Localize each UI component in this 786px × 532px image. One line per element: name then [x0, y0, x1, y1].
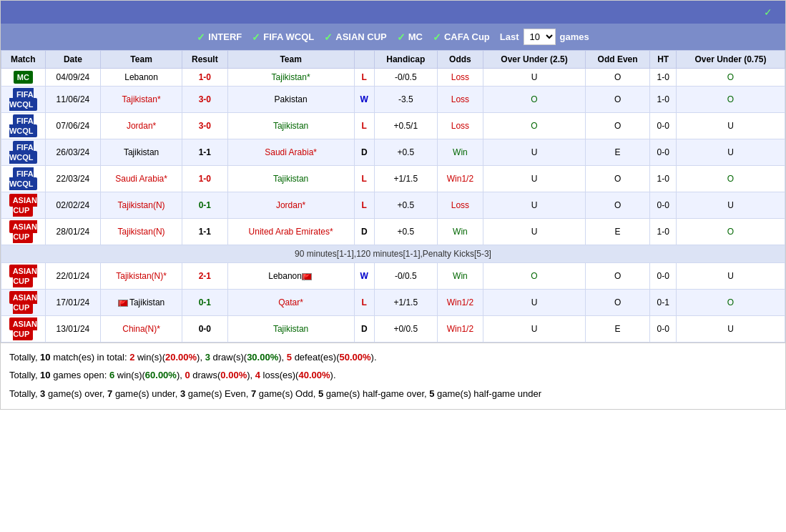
- ht-ou-cell: U: [677, 192, 785, 219]
- team1-cell: 🚩Tajikistan: [101, 290, 182, 316]
- date-cell: 28/01/24: [45, 219, 101, 245]
- badge-fifa: FIFAWCQL: [9, 88, 37, 111]
- wdl-cell: W: [354, 263, 374, 290]
- summary-line3: Totally, 3 game(s) over, 7 game(s) under…: [9, 385, 777, 402]
- oe-cell: O: [585, 290, 650, 316]
- flag-icon: 🚩: [302, 273, 312, 280]
- ht-ou-cell: U: [677, 263, 785, 290]
- result-cell: 2-1: [182, 263, 228, 290]
- filter-asian-cup[interactable]: ✓ ASIAN CUP: [324, 31, 387, 43]
- col-odds: Odds: [437, 51, 483, 69]
- match-badge-cell: FIFAWCQL: [1, 113, 46, 139]
- match-badge-cell: ASIANCUP: [1, 263, 46, 290]
- filter-interf[interactable]: ✓ INTERF: [197, 31, 242, 43]
- oe-cell: O: [585, 69, 650, 87]
- games-count-select[interactable]: 10 5 15 20: [524, 29, 556, 45]
- flag-icon: 🚩: [118, 300, 128, 307]
- ht-ou-cell: O: [677, 87, 785, 113]
- wdl-cell: L: [354, 113, 374, 139]
- ht-cell: 0-0: [650, 192, 677, 219]
- cafa-label: CAFA Cup: [444, 31, 490, 42]
- cafa-check[interactable]: ✓: [433, 31, 441, 43]
- last-games-filter: Last 10 5 15 20 games: [500, 29, 589, 45]
- team1-cell: Saudi Arabia*: [101, 166, 182, 192]
- team2-cell: Tajikistan: [227, 113, 354, 139]
- table-row: MC 04/09/24 Lebanon 1-0 Tajikistan* L -0…: [1, 69, 785, 87]
- table-row: FIFAWCQL 26/03/24 Tajikistan 1-1 Saudi A…: [1, 139, 785, 166]
- ht-cell: 1-0: [650, 87, 677, 113]
- team1-cell: Tajikistan: [101, 139, 182, 166]
- mc-check[interactable]: ✓: [397, 31, 406, 43]
- badge-fifa: FIFAWCQL: [9, 167, 37, 190]
- oe-cell: O: [585, 87, 650, 113]
- ou25-cell: O: [483, 113, 586, 139]
- table-row: FIFAWCQL 07/06/24 Jordan* 3-0 Tajikistan…: [1, 113, 785, 139]
- ht-cell: 0-1: [650, 290, 677, 316]
- interf-check[interactable]: ✓: [197, 31, 205, 43]
- badge-fifa: FIFAWCQL: [9, 114, 37, 137]
- col-team2: Team: [227, 51, 354, 69]
- result-cell: 3-0: [182, 87, 228, 113]
- fifa-check[interactable]: ✓: [252, 31, 260, 43]
- team1-cell: Lebanon: [101, 69, 182, 87]
- ht-cell: 0-0: [650, 139, 677, 166]
- date-cell: 13/01/24: [45, 316, 101, 343]
- col-ou075: Over Under (0.75): [677, 51, 785, 69]
- badge-mc: MC: [14, 71, 33, 84]
- team2-cell: United Arab Emirates*: [227, 219, 354, 245]
- display-notes-checkmark[interactable]: ✓: [764, 6, 772, 18]
- interf-label: INTERF: [208, 31, 242, 42]
- summary-section: Totally, 10 match(es) in total: 2 win(s)…: [1, 343, 785, 409]
- table-row: FIFAWCQL 11/06/24 Tajikistan* 3-0 Pakist…: [1, 87, 785, 113]
- ht-cell: 1-0: [650, 69, 677, 87]
- match-badge-cell: ASIANCUP: [1, 192, 46, 219]
- odds-cell: Loss: [437, 69, 483, 87]
- ht-cell: 1-0: [650, 166, 677, 192]
- table-row: ASIANCUP 17/01/24 🚩Tajikistan 0-1 Qatar*…: [1, 290, 785, 316]
- scores-table: Match Date Team Result Team Handicap Odd…: [1, 50, 785, 343]
- handicap-cell: -3.5: [374, 87, 437, 113]
- ou25-cell: O: [483, 263, 586, 290]
- team1-cell: Tajikistan(N): [101, 192, 182, 219]
- ou25-cell: U: [483, 166, 586, 192]
- wdl-cell: L: [354, 166, 374, 192]
- handicap-cell: +0/0.5: [374, 316, 437, 343]
- team1-cell: Tajikistan*: [101, 87, 182, 113]
- team2-cell: Pakistan: [227, 87, 354, 113]
- result-cell: 0-1: [182, 290, 228, 316]
- col-date: Date: [45, 51, 101, 69]
- filter-cafa[interactable]: ✓ CAFA Cup: [433, 31, 490, 43]
- date-cell: 26/03/24: [45, 139, 101, 166]
- filter-mc[interactable]: ✓ MC: [397, 31, 423, 43]
- result-cell: 1-1: [182, 219, 228, 245]
- ht-ou-cell: U: [677, 113, 785, 139]
- oe-cell: E: [585, 316, 650, 343]
- team1-cell: Tajikistan(N): [101, 219, 182, 245]
- main-container: ✓ ✓ INTERF ✓ FIFA WCQL ✓ ASIAN CUP ✓ MC …: [0, 0, 786, 410]
- wdl-cell: W: [354, 87, 374, 113]
- note-row-cell: 90 minutes[1-1],120 minutes[1-1],Penalty…: [1, 245, 785, 263]
- wdl-cell: D: [354, 219, 374, 245]
- ht-cell: 0-0: [650, 113, 677, 139]
- team2-cell: Tajikistan: [227, 316, 354, 343]
- filter-row: ✓ INTERF ✓ FIFA WCQL ✓ ASIAN CUP ✓ MC ✓ …: [1, 24, 785, 50]
- team2-cell: Tajikistan*: [227, 69, 354, 87]
- odds-cell: Win1/2: [437, 316, 483, 343]
- match-badge-cell: FIFAWCQL: [1, 87, 46, 113]
- match-badge-cell: ASIANCUP: [1, 316, 46, 343]
- badge-asian: ASIANCUP: [9, 317, 37, 340]
- team2-cell: Qatar*: [227, 290, 354, 316]
- odds-cell: Loss: [437, 87, 483, 113]
- asian-check[interactable]: ✓: [324, 31, 333, 43]
- wdl-cell: D: [354, 316, 374, 343]
- match-badge-cell: FIFAWCQL: [1, 139, 46, 166]
- match-badge-cell: ASIANCUP: [1, 290, 46, 316]
- col-spacer: [354, 51, 374, 69]
- wdl-cell: L: [354, 69, 374, 87]
- filter-fifa-wcql[interactable]: ✓ FIFA WCQL: [252, 31, 314, 43]
- col-ht: HT: [650, 51, 677, 69]
- odds-cell: Loss: [437, 192, 483, 219]
- badge-fifa: FIFAWCQL: [9, 141, 37, 164]
- ou25-cell: U: [483, 316, 586, 343]
- table-row: ASIANCUP 22/01/24 Tajikistan(N)* 2-1 Leb…: [1, 263, 785, 290]
